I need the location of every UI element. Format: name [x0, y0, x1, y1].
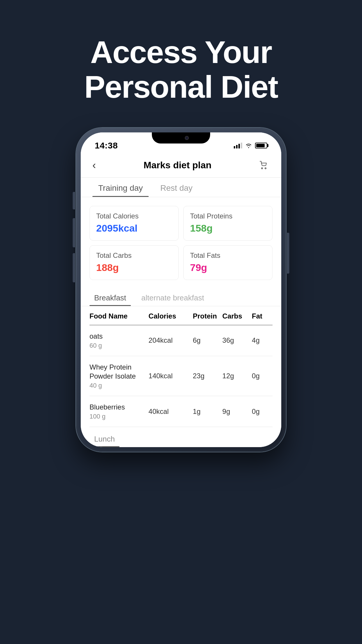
food-weight-blueberries: 100 g [89, 413, 149, 420]
food-name-blueberries: Blueberries [89, 402, 149, 412]
table-header: Food Name Calories Protein Carbs Fat [89, 306, 273, 325]
battery-fill [256, 144, 265, 147]
lunch-section: Lunch [81, 427, 281, 447]
status-bar: 14:38 [81, 132, 281, 153]
phone-mockup: 14:38 [76, 128, 286, 452]
whey-fat: 0g [252, 372, 273, 380]
blueberries-calories: 40kcal [149, 407, 193, 416]
cart-icon[interactable] [259, 160, 270, 171]
th-food-name: Food Name [89, 312, 149, 320]
stat-card-carbs: Total Carbs 188g [89, 245, 179, 280]
stat-value-carbs: 188g [96, 262, 172, 273]
status-icons [234, 143, 267, 148]
food-name-cell-whey: Whey Protein Powder Isolate 40 g [89, 363, 149, 389]
oats-calories: 204kcal [149, 336, 193, 344]
wifi-icon [245, 143, 252, 148]
hero-section: Access Your Personal Diet [0, 0, 362, 128]
th-fat: Fat [252, 312, 273, 320]
whey-carbs: 12g [222, 372, 252, 380]
stat-label-carbs: Total Carbs [96, 251, 172, 260]
tab-alternate-breakfast[interactable]: alternate breakfast [137, 289, 209, 306]
food-name-oats: oats [89, 332, 149, 341]
svg-point-0 [261, 168, 263, 169]
blueberries-carbs: 9g [222, 407, 252, 416]
signal-bar-3 [238, 144, 240, 148]
hero-title: Access Your Personal Diet [23, 35, 339, 104]
status-time: 14:38 [95, 141, 118, 150]
signal-bars-icon [234, 143, 242, 148]
volume-up-button [73, 218, 75, 247]
stat-card-proteins: Total Proteins 158g [183, 206, 273, 241]
oats-carbs: 36g [222, 336, 252, 344]
page-title: Marks diet plan [144, 160, 212, 171]
stat-label-fats: Total Fats [190, 251, 266, 260]
volume-down-button [73, 253, 75, 282]
lunch-label: Lunch [94, 435, 115, 443]
phone-outer-shell: 14:38 [76, 128, 286, 452]
food-name-cell-oats: oats 60 g [89, 332, 149, 349]
blueberries-protein: 1g [193, 407, 222, 416]
nav-bar: ‹ Marks diet plan [81, 153, 281, 178]
food-row-blueberries: Blueberries 100 g 40kcal 1g 9g 0g [89, 396, 273, 427]
blueberries-fat: 0g [252, 407, 273, 416]
back-button[interactable]: ‹ [92, 159, 96, 172]
signal-bar-1 [234, 146, 235, 148]
phone-notch [152, 132, 210, 144]
signal-bar-4 [241, 143, 242, 148]
mute-button [73, 192, 75, 209]
day-tabs: Training day Rest day [81, 178, 281, 197]
food-table: Food Name Calories Protein Carbs Fat oat… [81, 306, 281, 427]
whey-protein: 23g [193, 372, 222, 380]
meal-tabs: Breakfast alternate breakfast [81, 286, 281, 306]
tab-rest-day[interactable]: Rest day [154, 178, 198, 197]
th-protein: Protein [193, 312, 222, 320]
food-weight-whey: 40 g [89, 382, 149, 389]
stat-label-calories: Total Calories [96, 212, 172, 220]
stat-label-proteins: Total Proteins [190, 212, 266, 220]
tab-lunch[interactable]: Lunch [89, 430, 120, 447]
tab-training-day[interactable]: Training day [92, 178, 149, 197]
stats-grid: Total Calories 2095kcal Total Proteins 1… [81, 197, 281, 286]
food-row-whey: Whey Protein Powder Isolate 40 g 140kcal… [89, 356, 273, 396]
food-name-whey: Whey Protein Powder Isolate [89, 363, 149, 381]
stat-value-calories: 2095kcal [96, 223, 172, 234]
stat-value-fats: 79g [190, 262, 266, 273]
svg-point-1 [265, 168, 266, 169]
phone-screen: 14:38 [81, 132, 281, 447]
food-weight-oats: 60 g [89, 342, 149, 349]
tab-breakfast[interactable]: Breakfast [89, 289, 131, 306]
stat-card-fats: Total Fats 79g [183, 245, 273, 280]
battery-icon [255, 143, 267, 148]
food-row-oats: oats 60 g 204kcal 6g 36g 4g [89, 325, 273, 356]
power-button [287, 233, 289, 274]
stat-card-calories: Total Calories 2095kcal [89, 206, 179, 241]
oats-fat: 4g [252, 336, 273, 344]
th-carbs: Carbs [222, 312, 252, 320]
food-name-cell-blueberries: Blueberries 100 g [89, 402, 149, 420]
th-calories: Calories [149, 312, 193, 320]
signal-bar-2 [236, 145, 238, 148]
oats-protein: 6g [193, 336, 222, 344]
stat-value-proteins: 158g [190, 223, 266, 234]
app-content: ‹ Marks diet plan Training day Re [81, 153, 281, 447]
whey-calories: 140kcal [149, 372, 193, 380]
front-camera [185, 136, 189, 140]
